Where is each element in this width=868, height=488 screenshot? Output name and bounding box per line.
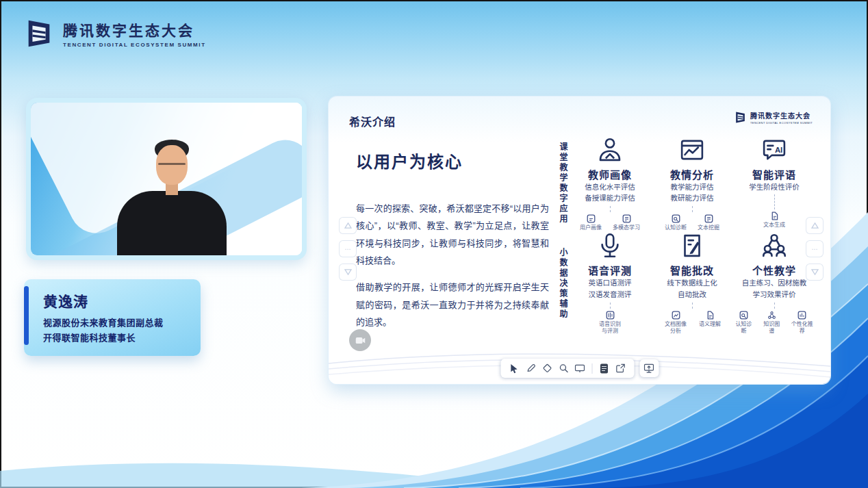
feature-line: 教学能力评估 <box>671 182 714 193</box>
eraser-icon <box>542 363 552 373</box>
feature-teaching-analysis: 教情分析 教学能力评估 教研能力评估 认知诊断 文本挖掘 <box>651 136 733 232</box>
feature-line: 学习效果评价 <box>753 290 796 300</box>
capability-tag: 个性化推荐 <box>789 311 815 335</box>
whiteboard-tool-button[interactable] <box>572 361 588 376</box>
tag-icon <box>739 311 748 320</box>
camera-toggle-button[interactable] <box>349 329 371 351</box>
feature-line: 学生阶段性评价 <box>749 182 800 193</box>
camera-icon <box>355 337 366 344</box>
monitor-icon <box>575 364 585 373</box>
feature-ai-comment: AI 智能评语 学生阶段性评价 文本生成 <box>733 136 815 232</box>
dashed-connector <box>692 303 693 309</box>
presentation-slide: 希沃介绍 腾讯数字生态大会 TENCENT DIGITAL ECOSYSTEM … <box>329 97 830 384</box>
capability-tag: 多模态学习 <box>613 214 640 231</box>
feature-line: 汉语发音测评 <box>589 290 632 300</box>
share-icon <box>615 363 625 373</box>
summit-logo-icon <box>734 111 747 124</box>
tag-icon <box>672 214 680 223</box>
personalized-teaching-icon <box>760 231 789 260</box>
teaching-analysis-icon <box>678 136 706 164</box>
tag-icon <box>767 311 776 320</box>
dashed-connector <box>610 303 611 309</box>
svg-text:AI: AI <box>775 146 782 154</box>
tag-icon <box>706 311 715 320</box>
share-tool-button[interactable] <box>612 361 628 376</box>
slide-paragraph-2: 借助教学的开展，让师德师才的光辉开启学生天赋的密码，是希沃一直致力于并将为之持续… <box>356 279 549 331</box>
feature-speech-evaluation: 语音评测 英语口语测评 汉语发音测评 语音识别与评测 <box>569 231 651 335</box>
nav-up-button[interactable] <box>339 217 357 234</box>
tag-icon <box>672 311 680 320</box>
nav-down-icon <box>344 269 352 275</box>
pen-tool-button[interactable] <box>522 361 539 376</box>
annotation-toolbar <box>500 359 659 378</box>
cursor-icon <box>510 363 519 374</box>
feature-line: 教研能力评估 <box>671 193 714 204</box>
feature-line: 自动批改 <box>678 290 706 300</box>
speaker-video-frame <box>31 103 302 255</box>
microphone-icon <box>596 231 624 260</box>
nav-down-button[interactable] <box>339 264 357 281</box>
dashed-connector <box>610 206 611 212</box>
speaker-video-panel <box>26 98 307 260</box>
zoom-tool-button[interactable] <box>555 361 572 376</box>
present-screen-button[interactable] <box>639 359 659 377</box>
feature-grid: 课堂教学数字应用 教师画像 信息化水平评估 备授课能力评估 <box>554 133 815 333</box>
feature-teacher-portrait: 教师画像 信息化水平评估 备授课能力评估 用户画像 多模态学习 <box>569 136 651 232</box>
feature-personalized-teaching: 个性教学 自主练习、因材施教 学习效果评价 认知诊断 知识图谱 <box>733 231 815 335</box>
capability-tag: 认知诊断 <box>733 311 754 335</box>
notes-tool-button[interactable] <box>596 361 612 376</box>
tag-icon <box>704 214 713 223</box>
dashed-connector <box>774 303 775 309</box>
feature-group-classroom: 课堂教学数字应用 教师画像 信息化水平评估 备授课能力评估 <box>554 133 815 233</box>
brand-title: 腾讯数字生态大会 <box>63 19 206 40</box>
speaker-title-1: 视源股份未来教育集团副总裁 <box>43 316 191 329</box>
summit-logo-icon <box>23 18 55 49</box>
pen-icon <box>526 363 535 373</box>
speaker-title-2: 开得联智能科技董事长 <box>43 331 191 344</box>
speaker-name: 黄逸涛 <box>43 290 191 311</box>
nav-up-icon <box>344 222 352 229</box>
toolbar-divider <box>591 363 592 374</box>
feature-line: 线下数据线上化 <box>667 278 717 289</box>
feature-line: 英语口语测评 <box>589 278 632 289</box>
feature-title: 个性教学 <box>752 263 796 277</box>
capability-tag: 用户画像 <box>580 214 602 231</box>
nav-page-indicator[interactable]: ⋯ <box>339 240 357 257</box>
slide-nav-left: ⋯ <box>339 217 357 281</box>
dashed-connector <box>692 206 693 212</box>
capability-tag: 语音识别与评测 <box>597 311 623 335</box>
feature-title: 语音评测 <box>588 263 632 277</box>
capability-tag: 文本生成 <box>763 211 785 229</box>
capability-tag: 文档图像分析 <box>663 311 688 335</box>
feature-smart-grading: 智能批改 线下数据线上化 自动批改 文档图像分析 语义理解 <box>651 231 733 335</box>
stage: 腾讯数字生态大会 TENCENT DIGITAL ECOSYSTEM SUMMI… <box>0 0 868 488</box>
ai-comment-icon: AI <box>760 136 789 164</box>
search-icon <box>559 363 568 373</box>
slide-heading: 以用户为核心 <box>356 149 549 172</box>
tag-icon <box>797 311 806 320</box>
feature-line: 信息化水平评估 <box>585 182 635 193</box>
capability-tag: 语义理解 <box>699 311 721 335</box>
speaker-glasses <box>158 163 186 165</box>
speaker-silhouette-head <box>156 145 188 185</box>
slide-logo-subtitle: TENCENT DIGITAL ECOSYSTEM SUMMIT <box>750 121 813 125</box>
feature-title: 教情分析 <box>670 167 714 181</box>
group-label: 小数据决策辅助 <box>554 248 569 320</box>
tag-icon <box>622 214 631 223</box>
brand-logo: 腾讯数字生态大会 TENCENT DIGITAL ECOSYSTEM SUMMI… <box>23 18 206 49</box>
teacher-portrait-icon <box>596 136 624 164</box>
smart-grading-icon <box>678 231 706 260</box>
slide-logo-title: 腾讯数字生态大会 <box>750 110 813 120</box>
speaker-card-accent-bar <box>24 286 29 345</box>
brand-subtitle: TENCENT DIGITAL ECOSYSTEM SUMMIT <box>63 42 206 48</box>
feature-line: 备授课能力评估 <box>585 193 635 204</box>
tag-icon <box>587 214 596 223</box>
notes-icon <box>600 363 608 374</box>
capability-tag: 文本挖掘 <box>698 214 719 231</box>
feature-group-small-data: 小数据决策辅助 语音评测 英语口语测评 汉语发音测评 <box>554 233 815 333</box>
eraser-tool-button[interactable] <box>539 361 555 376</box>
tag-icon <box>606 311 615 320</box>
feature-title: 智能评语 <box>752 167 796 181</box>
capability-tag: 知识图谱 <box>761 311 782 335</box>
cursor-tool-button[interactable] <box>506 361 522 376</box>
